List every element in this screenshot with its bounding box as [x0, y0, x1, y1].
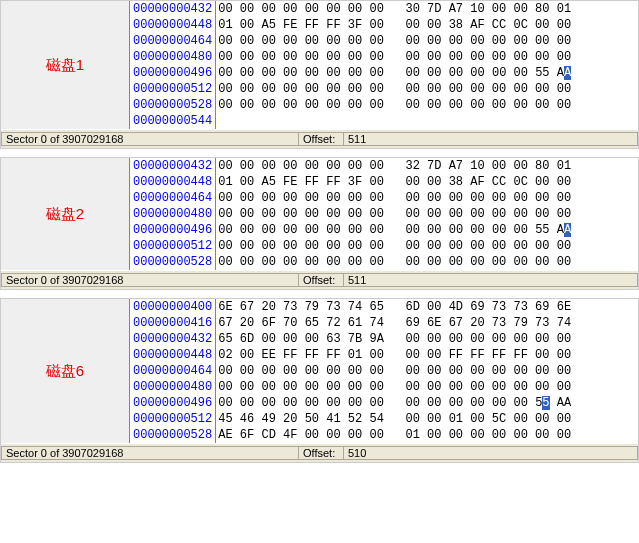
bytes-column: 6E 67 20 73 79 73 74 65 6D 00 4D 69 73 7…: [216, 299, 638, 443]
bytes-row[interactable]: 00 00 00 00 00 00 00 00 00 00 00 00 00 0…: [218, 395, 636, 411]
status-sector: Sector 0 of 3907029168: [1, 446, 298, 460]
hex-area: 磁盘10000000043200000000448000000004640000…: [1, 1, 638, 129]
cursor-selection: A: [564, 66, 571, 80]
offset-cell[interactable]: 00000000528: [133, 254, 212, 270]
offset-cell[interactable]: 00000000512: [133, 81, 212, 97]
status-bar: Sector 0 of 3907029168Offset:511: [1, 129, 638, 148]
bytes-row[interactable]: 01 00 A5 FE FF FF 3F 00 00 00 38 AF CC 0…: [218, 174, 636, 190]
bytes-row[interactable]: AE 6F CD 4F 00 00 00 00 01 00 00 00 00 0…: [218, 427, 636, 443]
bytes-row[interactable]: 00 00 00 00 00 00 00 00 00 00 00 00 00 0…: [218, 254, 636, 270]
bytes-row[interactable]: 00 00 00 00 00 00 00 00 00 00 00 00 00 0…: [218, 379, 636, 395]
offset-cell[interactable]: 00000000448: [133, 17, 212, 33]
bytes-row[interactable]: 01 00 A5 FE FF FF 3F 00 00 00 38 AF CC 0…: [218, 17, 636, 33]
bytes-row[interactable]: 67 20 6F 70 65 72 61 74 69 6E 67 20 73 7…: [218, 315, 636, 331]
offset-cell[interactable]: 00000000464: [133, 33, 212, 49]
data-columns: 0000000040000000000416000000004320000000…: [130, 299, 638, 443]
bytes-row[interactable]: 00 00 00 00 00 00 00 00 00 00 00 00 00 0…: [218, 81, 636, 97]
offset-cell[interactable]: 00000000464: [133, 363, 212, 379]
status-offset-label: Offset:: [298, 132, 343, 146]
bytes-row[interactable]: 00 00 00 00 00 00 00 00 30 7D A7 10 00 0…: [218, 1, 636, 17]
offset-cell[interactable]: 00000000432: [133, 1, 212, 17]
status-offset-value: 511: [343, 273, 638, 287]
bytes-row[interactable]: 00 00 00 00 00 00 00 00 00 00 00 00 00 0…: [218, 206, 636, 222]
status-bar: Sector 0 of 3907029168Offset:511: [1, 270, 638, 289]
offset-cell[interactable]: 00000000544: [133, 113, 212, 129]
hex-panel: 磁盘10000000043200000000448000000004640000…: [0, 0, 639, 149]
offset-cell[interactable]: 00000000448: [133, 174, 212, 190]
bytes-row[interactable]: 45 46 49 20 50 41 52 54 00 00 01 00 5C 0…: [218, 411, 636, 427]
bytes-row[interactable]: 00 00 00 00 00 00 00 00 00 00 00 00 00 0…: [218, 33, 636, 49]
offset-cell[interactable]: 00000000528: [133, 427, 212, 443]
offset-cell[interactable]: 00000000416: [133, 315, 212, 331]
bytes-row[interactable]: 00 00 00 00 00 00 00 00 00 00 00 00 00 0…: [218, 65, 636, 81]
data-columns: 0000000043200000000448000000004640000000…: [130, 158, 638, 270]
offset-column: 0000000040000000000416000000004320000000…: [130, 299, 216, 443]
disk-label: 磁盘6: [1, 299, 130, 443]
disk-label: 磁盘1: [1, 1, 130, 129]
hex-panel: 磁盘60000000040000000000416000000004320000…: [0, 298, 639, 463]
status-offset-label: Offset:: [298, 273, 343, 287]
bytes-row[interactable]: 02 00 EE FF FF FF 01 00 00 00 FF FF FF F…: [218, 347, 636, 363]
offset-cell[interactable]: 00000000496: [133, 65, 212, 81]
cursor-selection: 5: [542, 396, 549, 410]
offset-column: 0000000043200000000448000000004640000000…: [130, 1, 216, 129]
offset-cell[interactable]: 00000000496: [133, 222, 212, 238]
offset-cell[interactable]: 00000000512: [133, 411, 212, 427]
offset-cell[interactable]: 00000000480: [133, 379, 212, 395]
status-offset-value: 510: [343, 446, 638, 460]
offset-cell[interactable]: 00000000512: [133, 238, 212, 254]
status-sector: Sector 0 of 3907029168: [1, 132, 298, 146]
status-sector: Sector 0 of 3907029168: [1, 273, 298, 287]
bytes-row[interactable]: 00 00 00 00 00 00 00 00 32 7D A7 10 00 0…: [218, 158, 636, 174]
bytes-column: 00 00 00 00 00 00 00 00 30 7D A7 10 00 0…: [216, 1, 638, 129]
cursor-selection: A: [564, 223, 571, 237]
data-columns: 0000000043200000000448000000004640000000…: [130, 1, 638, 129]
bytes-row[interactable]: 6E 67 20 73 79 73 74 65 6D 00 4D 69 73 7…: [218, 299, 636, 315]
offset-cell[interactable]: 00000000400: [133, 299, 212, 315]
disk-label: 磁盘2: [1, 158, 130, 270]
bytes-row[interactable]: 00 00 00 00 00 00 00 00 00 00 00 00 00 0…: [218, 363, 636, 379]
offset-cell[interactable]: 00000000464: [133, 190, 212, 206]
bytes-row[interactable]: 65 6D 00 00 00 63 7B 9A 00 00 00 00 00 0…: [218, 331, 636, 347]
offset-cell[interactable]: 00000000448: [133, 347, 212, 363]
hex-panel: 磁盘20000000043200000000448000000004640000…: [0, 157, 639, 290]
status-offset-value: 511: [343, 132, 638, 146]
offset-cell[interactable]: 00000000528: [133, 97, 212, 113]
status-offset-label: Offset:: [298, 446, 343, 460]
status-bar: Sector 0 of 3907029168Offset:510: [1, 443, 638, 462]
offset-cell[interactable]: 00000000480: [133, 206, 212, 222]
bytes-column: 00 00 00 00 00 00 00 00 32 7D A7 10 00 0…: [216, 158, 638, 270]
bytes-row[interactable]: 00 00 00 00 00 00 00 00 00 00 00 00 00 0…: [218, 238, 636, 254]
offset-cell[interactable]: 00000000432: [133, 158, 212, 174]
hex-area: 磁盘60000000040000000000416000000004320000…: [1, 299, 638, 443]
bytes-row[interactable]: 00 00 00 00 00 00 00 00 00 00 00 00 00 0…: [218, 190, 636, 206]
bytes-row[interactable]: 00 00 00 00 00 00 00 00 00 00 00 00 00 0…: [218, 97, 636, 113]
bytes-row[interactable]: 00 00 00 00 00 00 00 00 00 00 00 00 00 0…: [218, 222, 636, 238]
bytes-row[interactable]: 00 00 00 00 00 00 00 00 00 00 00 00 00 0…: [218, 49, 636, 65]
offset-cell[interactable]: 00000000496: [133, 395, 212, 411]
offset-column: 0000000043200000000448000000004640000000…: [130, 158, 216, 270]
offset-cell[interactable]: 00000000480: [133, 49, 212, 65]
hex-area: 磁盘20000000043200000000448000000004640000…: [1, 158, 638, 270]
bytes-row[interactable]: [218, 113, 636, 129]
offset-cell[interactable]: 00000000432: [133, 331, 212, 347]
